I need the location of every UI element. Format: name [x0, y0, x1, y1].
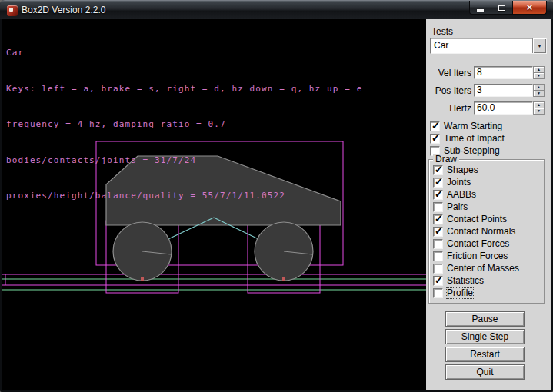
- pos-iters-input[interactable]: 3: [474, 84, 533, 97]
- checkbox-label: Warm Starting: [444, 121, 502, 131]
- checkbox-warm-starting[interactable]: Warm Starting: [430, 121, 502, 131]
- app-icon: [7, 5, 18, 16]
- window-controls: ×: [469, 1, 547, 15]
- checkbox-label: Friction Forces: [447, 251, 508, 261]
- checkbox-pairs[interactable]: Pairs: [433, 201, 468, 212]
- checkbox-friction-forces[interactable]: Friction Forces: [433, 251, 508, 261]
- checkbox-contact-normals[interactable]: Contact Normals: [433, 226, 515, 237]
- debug-text-block: Car Keys: left = a, brake = s, right = d…: [6, 23, 362, 226]
- minimize-button[interactable]: [469, 1, 491, 15]
- checkbox-label: Pairs: [447, 202, 468, 212]
- vel-iters-up-button[interactable]: ▲: [533, 66, 545, 73]
- checkbox-statistics[interactable]: Statistics: [433, 275, 484, 286]
- checkbox-label: Shapes: [447, 165, 478, 175]
- checkbox-box[interactable]: [433, 251, 443, 261]
- debug-line-title: Car: [6, 47, 362, 59]
- checkbox-box[interactable]: [433, 264, 443, 274]
- maximize-button[interactable]: [491, 1, 512, 15]
- restart-button[interactable]: Restart: [445, 347, 525, 362]
- debug-line-proxies: proxies/height/balance/quality = 55/7/1/…: [6, 190, 362, 202]
- checkbox-box[interactable]: [433, 288, 443, 298]
- checkbox-box[interactable]: [433, 165, 443, 175]
- checkbox-profile[interactable]: Profile: [433, 287, 473, 298]
- hertz-input[interactable]: 60.0: [474, 101, 533, 115]
- checkbox-label: Time of Impact: [444, 134, 505, 144]
- hertz-arrows: ▲ ▼: [533, 101, 545, 115]
- checkbox-label: Contact Normals: [447, 227, 515, 237]
- client-area: Car Keys: left = a, brake = s, right = d…: [2, 19, 551, 390]
- maximize-icon: [498, 5, 505, 11]
- minimize-icon: [477, 9, 484, 12]
- checkbox-box[interactable]: [433, 178, 443, 188]
- checkbox-box[interactable]: [433, 239, 443, 249]
- checkbox-box[interactable]: [430, 121, 440, 131]
- checkbox-label: Contact Points: [447, 214, 507, 224]
- tests-label: Tests: [431, 26, 453, 37]
- checkbox-box[interactable]: [433, 202, 443, 212]
- checkbox-box[interactable]: [433, 276, 443, 286]
- checkbox-box[interactable]: [433, 227, 443, 237]
- checkbox-center-of-masses[interactable]: Center of Masses: [433, 263, 519, 274]
- vel-iters-arrows: ▲ ▼: [533, 66, 545, 79]
- vel-iters-input[interactable]: 8: [474, 66, 533, 79]
- pause-button[interactable]: Pause: [445, 311, 525, 327]
- vel-iters-spinner: Vel Iters 8 ▲ ▼: [426, 66, 551, 79]
- checkbox-box[interactable]: [430, 134, 440, 144]
- hertz-label: Hertz: [426, 103, 471, 114]
- pos-iters-down-button[interactable]: ▼: [533, 91, 545, 97]
- checkbox-time-of-impact[interactable]: Time of Impact: [430, 133, 505, 144]
- checkbox-joints[interactable]: Joints: [433, 177, 471, 188]
- hertz-down-button[interactable]: ▼: [533, 108, 545, 115]
- contact-point: [141, 277, 144, 281]
- window-title: Box2D Version 2.2.0: [22, 5, 105, 15]
- checkbox-contact-points[interactable]: Contact Points: [433, 214, 507, 224]
- tests-dropdown-value: Car: [431, 38, 532, 53]
- checkbox-label: AABBs: [447, 190, 476, 200]
- checkbox-box[interactable]: [433, 214, 443, 224]
- pos-iters-spinner: Pos Iters 3 ▲ ▼: [426, 84, 551, 97]
- vel-iters-label: Vel Iters: [426, 68, 471, 78]
- single-step-button[interactable]: Single Step: [445, 329, 525, 344]
- hertz-up-button[interactable]: ▲: [533, 101, 545, 108]
- vel-iters-down-button[interactable]: ▼: [533, 73, 545, 79]
- checkbox-label: Joints: [447, 178, 471, 188]
- tests-dropdown[interactable]: Car ▼: [430, 38, 547, 54]
- debug-line-freq: frequency = 4 hz, damping ratio = 0.7: [6, 118, 362, 131]
- simulation-canvas[interactable]: Car Keys: left = a, brake = s, right = d…: [2, 19, 426, 390]
- app-window: Box2D Version 2.2.0 ×: [0, 0, 553, 392]
- contact-point: [282, 277, 285, 281]
- checkbox-aabbs[interactable]: AABBs: [433, 189, 476, 200]
- checkbox-label: Statistics: [447, 276, 484, 286]
- pos-iters-label: Pos Iters: [426, 85, 471, 96]
- draw-group: Draw Shapes Joints AABBs Pairs: [428, 159, 545, 304]
- checkbox-label: Profile: [447, 288, 473, 298]
- pos-iters-arrows: ▲ ▼: [533, 84, 545, 97]
- tests-dropdown-button[interactable]: ▼: [532, 38, 546, 53]
- checkbox-box[interactable]: [433, 190, 443, 200]
- close-icon: ×: [527, 2, 533, 14]
- checkbox-contact-forces[interactable]: Contact Forces: [433, 238, 509, 249]
- checkbox-label: Center of Masses: [447, 264, 519, 274]
- checkbox-label: Contact Forces: [447, 239, 509, 249]
- checkbox-shapes[interactable]: Shapes: [433, 164, 478, 175]
- quit-button[interactable]: Quit: [445, 364, 525, 380]
- debug-line-keys: Keys: left = a, brake = s, right = d, hz…: [6, 83, 362, 95]
- chevron-down-icon: ▼: [537, 43, 542, 48]
- control-panel: Tests Car ▼ Vel Iters 8 ▲ ▼ Pos Iters 3 …: [426, 19, 551, 390]
- pos-iters-up-button[interactable]: ▲: [533, 84, 545, 91]
- hertz-spinner: Hertz 60.0 ▲ ▼: [426, 101, 551, 115]
- debug-line-bodies: bodies/contacts/joints = 31/7/24: [6, 154, 362, 167]
- titlebar[interactable]: Box2D Version 2.2.0 ×: [0, 0, 553, 19]
- close-button[interactable]: ×: [512, 1, 547, 15]
